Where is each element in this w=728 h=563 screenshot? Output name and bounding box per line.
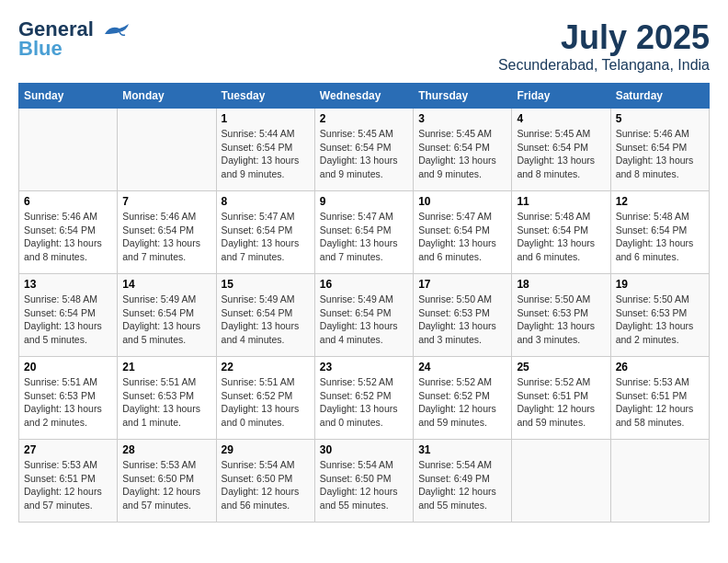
- calendar-cell: 31Sunrise: 5:54 AM Sunset: 6:49 PM Dayli…: [414, 440, 512, 523]
- day-number: 13: [24, 278, 112, 291]
- calendar-cell: [118, 109, 216, 191]
- calendar-table: SundayMondayTuesdayWednesdayThursdayFrid…: [18, 83, 710, 523]
- calendar-cell: 21Sunrise: 5:51 AM Sunset: 6:53 PM Dayli…: [118, 357, 216, 440]
- calendar-cell: 3Sunrise: 5:45 AM Sunset: 6:54 PM Daylig…: [414, 109, 512, 191]
- day-info: Sunrise: 5:53 AM Sunset: 6:50 PM Dayligh…: [122, 458, 210, 512]
- title-block: July 2025 Secunderabad, Telangana, India: [498, 18, 710, 74]
- day-number: 28: [122, 443, 210, 456]
- calendar-cell: 13Sunrise: 5:48 AM Sunset: 6:54 PM Dayli…: [19, 274, 118, 357]
- day-number: 7: [122, 195, 210, 208]
- day-number: 30: [320, 443, 408, 456]
- day-number: 4: [517, 112, 605, 125]
- calendar-cell: 25Sunrise: 5:52 AM Sunset: 6:51 PM Dayli…: [512, 357, 610, 440]
- day-number: 11: [517, 195, 605, 208]
- day-number: 16: [320, 278, 408, 291]
- calendar-cell: 12Sunrise: 5:48 AM Sunset: 6:54 PM Dayli…: [610, 191, 709, 274]
- logo-blue: Blue: [18, 37, 63, 61]
- day-info: Sunrise: 5:52 AM Sunset: 6:51 PM Dayligh…: [517, 375, 605, 430]
- calendar-cell: 27Sunrise: 5:53 AM Sunset: 6:51 PM Dayli…: [19, 440, 118, 523]
- day-number: 27: [24, 443, 112, 456]
- calendar-cell: 17Sunrise: 5:50 AM Sunset: 6:53 PM Dayli…: [414, 274, 512, 357]
- day-info: Sunrise: 5:48 AM Sunset: 6:54 PM Dayligh…: [24, 293, 112, 347]
- calendar-cell: 4Sunrise: 5:45 AM Sunset: 6:54 PM Daylig…: [512, 109, 610, 191]
- day-number: 20: [24, 361, 112, 373]
- day-number: 17: [418, 278, 506, 291]
- calendar-cell: 14Sunrise: 5:49 AM Sunset: 6:54 PM Dayli…: [118, 274, 216, 357]
- day-info: Sunrise: 5:51 AM Sunset: 6:53 PM Dayligh…: [122, 375, 210, 430]
- day-number: 2: [320, 112, 408, 125]
- day-number: 9: [320, 195, 408, 208]
- calendar-cell: 19Sunrise: 5:50 AM Sunset: 6:53 PM Dayli…: [610, 274, 709, 357]
- day-info: Sunrise: 5:53 AM Sunset: 6:51 PM Dayligh…: [616, 375, 704, 430]
- col-header-friday: Friday: [512, 84, 610, 109]
- day-number: 31: [418, 443, 506, 456]
- col-header-thursday: Thursday: [414, 84, 512, 109]
- calendar-cell: 24Sunrise: 5:52 AM Sunset: 6:52 PM Dayli…: [414, 357, 512, 440]
- day-info: Sunrise: 5:54 AM Sunset: 6:50 PM Dayligh…: [222, 458, 310, 512]
- day-number: 5: [616, 112, 704, 125]
- day-info: Sunrise: 5:50 AM Sunset: 6:53 PM Dayligh…: [517, 293, 605, 347]
- day-info: Sunrise: 5:54 AM Sunset: 6:50 PM Dayligh…: [320, 458, 408, 512]
- week-row-5: 27Sunrise: 5:53 AM Sunset: 6:51 PM Dayli…: [19, 440, 710, 523]
- calendar-cell: 26Sunrise: 5:53 AM Sunset: 6:51 PM Dayli…: [610, 357, 709, 440]
- calendar-cell: 28Sunrise: 5:53 AM Sunset: 6:50 PM Dayli…: [118, 440, 216, 523]
- calendar-cell: [19, 109, 118, 191]
- calendar-cell: 20Sunrise: 5:51 AM Sunset: 6:53 PM Dayli…: [19, 357, 118, 440]
- calendar-cell: 23Sunrise: 5:52 AM Sunset: 6:52 PM Dayli…: [314, 357, 413, 440]
- day-number: 29: [222, 443, 310, 456]
- day-info: Sunrise: 5:48 AM Sunset: 6:54 PM Dayligh…: [517, 210, 605, 264]
- day-info: Sunrise: 5:49 AM Sunset: 6:54 PM Dayligh…: [122, 293, 210, 347]
- day-number: 8: [222, 195, 310, 208]
- day-info: Sunrise: 5:45 AM Sunset: 6:54 PM Dayligh…: [418, 127, 506, 181]
- calendar-cell: 15Sunrise: 5:49 AM Sunset: 6:54 PM Dayli…: [216, 274, 314, 357]
- day-info: Sunrise: 5:45 AM Sunset: 6:54 PM Dayligh…: [320, 127, 408, 181]
- day-info: Sunrise: 5:50 AM Sunset: 6:53 PM Dayligh…: [418, 293, 506, 347]
- col-header-sunday: Sunday: [19, 84, 118, 109]
- calendar-cell: 8Sunrise: 5:47 AM Sunset: 6:54 PM Daylig…: [216, 191, 314, 274]
- calendar-cell: 6Sunrise: 5:46 AM Sunset: 6:54 PM Daylig…: [19, 191, 118, 274]
- day-number: 25: [517, 361, 605, 373]
- week-row-2: 6Sunrise: 5:46 AM Sunset: 6:54 PM Daylig…: [19, 191, 710, 274]
- day-info: Sunrise: 5:48 AM Sunset: 6:54 PM Dayligh…: [616, 210, 704, 264]
- week-row-1: 1Sunrise: 5:44 AM Sunset: 6:54 PM Daylig…: [19, 109, 710, 191]
- day-number: 26: [616, 361, 704, 373]
- day-info: Sunrise: 5:50 AM Sunset: 6:53 PM Dayligh…: [616, 293, 704, 347]
- day-info: Sunrise: 5:46 AM Sunset: 6:54 PM Dayligh…: [122, 210, 210, 264]
- day-number: 21: [122, 361, 210, 373]
- month-title: July 2025: [498, 18, 710, 57]
- day-info: Sunrise: 5:54 AM Sunset: 6:49 PM Dayligh…: [418, 458, 506, 512]
- day-number: 1: [222, 112, 310, 125]
- day-info: Sunrise: 5:52 AM Sunset: 6:52 PM Dayligh…: [418, 375, 506, 430]
- logo-bird-icon: [101, 21, 131, 40]
- calendar-cell: 11Sunrise: 5:48 AM Sunset: 6:54 PM Dayli…: [512, 191, 610, 274]
- calendar-cell: 9Sunrise: 5:47 AM Sunset: 6:54 PM Daylig…: [314, 191, 413, 274]
- calendar-cell: 18Sunrise: 5:50 AM Sunset: 6:53 PM Dayli…: [512, 274, 610, 357]
- calendar-cell: 29Sunrise: 5:54 AM Sunset: 6:50 PM Dayli…: [216, 440, 314, 523]
- logo: General Blue: [18, 18, 131, 61]
- header-row: SundayMondayTuesdayWednesdayThursdayFrid…: [19, 84, 710, 109]
- calendar-cell: 10Sunrise: 5:47 AM Sunset: 6:54 PM Dayli…: [414, 191, 512, 274]
- day-info: Sunrise: 5:46 AM Sunset: 6:54 PM Dayligh…: [616, 127, 704, 181]
- day-number: 18: [517, 278, 605, 291]
- col-header-saturday: Saturday: [610, 84, 709, 109]
- day-info: Sunrise: 5:53 AM Sunset: 6:51 PM Dayligh…: [24, 458, 112, 512]
- calendar-cell: 5Sunrise: 5:46 AM Sunset: 6:54 PM Daylig…: [610, 109, 709, 191]
- day-info: Sunrise: 5:51 AM Sunset: 6:53 PM Dayligh…: [24, 375, 112, 430]
- col-header-tuesday: Tuesday: [216, 84, 314, 109]
- week-row-4: 20Sunrise: 5:51 AM Sunset: 6:53 PM Dayli…: [19, 357, 710, 440]
- day-info: Sunrise: 5:44 AM Sunset: 6:54 PM Dayligh…: [222, 127, 310, 181]
- day-info: Sunrise: 5:52 AM Sunset: 6:52 PM Dayligh…: [320, 375, 408, 430]
- day-info: Sunrise: 5:51 AM Sunset: 6:52 PM Dayligh…: [222, 375, 310, 430]
- day-info: Sunrise: 5:47 AM Sunset: 6:54 PM Dayligh…: [222, 210, 310, 264]
- day-info: Sunrise: 5:47 AM Sunset: 6:54 PM Dayligh…: [320, 210, 408, 264]
- day-info: Sunrise: 5:49 AM Sunset: 6:54 PM Dayligh…: [222, 293, 310, 347]
- day-number: 19: [616, 278, 704, 291]
- day-number: 10: [418, 195, 506, 208]
- calendar-cell: 16Sunrise: 5:49 AM Sunset: 6:54 PM Dayli…: [314, 274, 413, 357]
- calendar-cell: 22Sunrise: 5:51 AM Sunset: 6:52 PM Dayli…: [216, 357, 314, 440]
- calendar-cell: 2Sunrise: 5:45 AM Sunset: 6:54 PM Daylig…: [314, 109, 413, 191]
- page-header: General Blue July 2025 Secunderabad, Tel…: [18, 18, 710, 74]
- calendar-cell: 7Sunrise: 5:46 AM Sunset: 6:54 PM Daylig…: [118, 191, 216, 274]
- col-header-wednesday: Wednesday: [314, 84, 413, 109]
- day-number: 14: [122, 278, 210, 291]
